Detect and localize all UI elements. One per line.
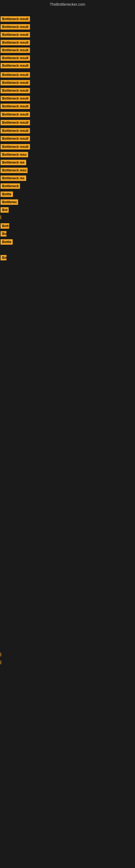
bottleneck-badge-13[interactable]: Bottleneck result xyxy=(1,112,30,117)
bottleneck-badge-6[interactable]: Bottleneck result xyxy=(1,55,30,61)
bottleneck-badge-row-8: Bottleneck result xyxy=(1,72,30,79)
bottleneck-badge-row-7: Bottleneck result xyxy=(1,63,30,69)
bottleneck-badge-row-28: Bo xyxy=(1,231,6,238)
bottleneck-badge-row-10: Bottleneck result xyxy=(1,88,30,94)
bottleneck-badge-21[interactable]: Bottleneck res xyxy=(1,176,26,181)
bottleneck-badge-row-20: Bottleneck resu xyxy=(1,167,28,174)
bottleneck-badge-row-21: Bottleneck res xyxy=(1,176,26,182)
bottleneck-badge-row-30: Bo xyxy=(1,255,6,261)
bottleneck-line-32 xyxy=(1,660,1,664)
bottleneck-line-26 xyxy=(1,215,1,219)
bottleneck-badge-24[interactable]: Bottlenec xyxy=(1,199,18,205)
bottleneck-badge-row-3: Bottleneck result xyxy=(1,32,30,38)
bottleneck-badge-30[interactable]: Bo xyxy=(1,255,6,260)
bottleneck-badge-1[interactable]: Bottleneck result xyxy=(1,16,30,22)
bottleneck-badge-8[interactable]: Bottleneck result xyxy=(1,72,30,78)
bottleneck-badge-row-9: Bottleneck result xyxy=(1,80,30,87)
bottleneck-badge-row-27: Bott xyxy=(1,223,9,230)
bottleneck-badge-12[interactable]: Bottleneck result xyxy=(1,104,30,109)
bottleneck-badge-row-29: Bottle xyxy=(1,239,13,246)
bottleneck-badge-3[interactable]: Bottleneck result xyxy=(1,32,30,37)
bottleneck-badge-10[interactable]: Bottleneck result xyxy=(1,88,30,93)
bottleneck-badge-23[interactable]: Bottle xyxy=(1,191,13,197)
bottleneck-badge-4[interactable]: Bottleneck result xyxy=(1,40,30,45)
bottleneck-badge-row-22: Bottleneck xyxy=(1,183,20,190)
bottleneck-badge-row-5: Bottleneck result xyxy=(1,48,30,54)
bottleneck-badge-row-16: Bottleneck result xyxy=(1,136,30,143)
bottleneck-badge-row-1: Bottleneck result xyxy=(1,16,30,23)
bottleneck-badge-22[interactable]: Bottleneck xyxy=(1,183,20,189)
bottleneck-badge-5[interactable]: Bottleneck result xyxy=(1,48,30,53)
bottleneck-badge-row-4: Bottleneck result xyxy=(1,40,30,46)
bottleneck-badge-19[interactable]: Bottleneck res xyxy=(1,160,26,165)
bottleneck-badge-row-12: Bottleneck result xyxy=(1,104,30,110)
bottleneck-badge-15[interactable]: Bottleneck result xyxy=(1,128,30,133)
bottleneck-badge-18[interactable]: Bottleneck resu xyxy=(1,152,28,157)
bottleneck-badge-row-17: Bottleneck result xyxy=(1,144,30,151)
bottleneck-badge-row-11: Bottleneck result xyxy=(1,96,30,102)
bottleneck-badge-28[interactable]: Bo xyxy=(1,231,6,237)
bottleneck-badge-29[interactable]: Bottle xyxy=(1,239,13,245)
bottleneck-badge-20[interactable]: Bottleneck resu xyxy=(1,167,28,173)
site-title: TheBottlenecker.com xyxy=(0,0,135,9)
bottleneck-badge-11[interactable]: Bottleneck result xyxy=(1,96,30,101)
bottleneck-badge-row-15: Bottleneck result xyxy=(1,128,30,134)
bottleneck-badge-row-6: Bottleneck result xyxy=(1,55,30,62)
bottleneck-badge-row-2: Bottleneck result xyxy=(1,24,30,31)
bottleneck-badge-row-19: Bottleneck res xyxy=(1,160,26,166)
bottleneck-badge-9[interactable]: Bottleneck result xyxy=(1,80,30,86)
bottleneck-badge-2[interactable]: Bottleneck result xyxy=(1,24,30,30)
bottleneck-badge-7[interactable]: Bottleneck result xyxy=(1,63,30,68)
bottleneck-badge-14[interactable]: Bottleneck result xyxy=(1,120,30,125)
bottleneck-badge-row-18: Bottleneck resu xyxy=(1,152,28,158)
bottleneck-line-31 xyxy=(1,653,1,656)
bottleneck-badge-row-23: Bottle xyxy=(1,191,13,198)
bottleneck-badge-row-24: Bottlenec xyxy=(1,199,18,206)
bottleneck-badge-row-25: Bot xyxy=(1,207,9,214)
bottleneck-badge-17[interactable]: Bottleneck result xyxy=(1,144,30,150)
bottleneck-badge-25[interactable]: Bot xyxy=(1,207,9,213)
bottleneck-badge-row-14: Bottleneck result xyxy=(1,120,30,126)
bottleneck-badge-27[interactable]: Bott xyxy=(1,223,9,229)
bottleneck-badge-row-13: Bottleneck result xyxy=(1,112,30,118)
bottleneck-badge-16[interactable]: Bottleneck result xyxy=(1,136,30,141)
